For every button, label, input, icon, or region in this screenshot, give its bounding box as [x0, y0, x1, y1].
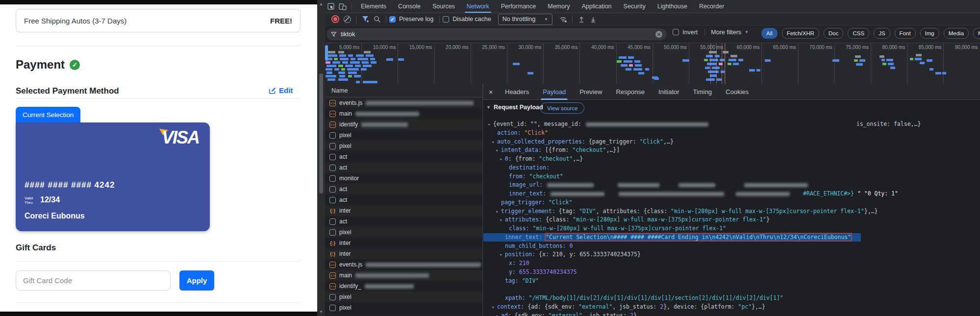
payload-tree-row[interactable]: ▾ auto_collected_properties: {page_trigg… — [483, 138, 980, 146]
detail-tab-headers[interactable]: Headers — [498, 84, 536, 100]
clear-network-log-icon[interactable] — [341, 14, 353, 24]
devtools-tab-elements[interactable]: Elements — [355, 0, 392, 13]
filter-pill-doc[interactable]: Doc — [824, 28, 843, 39]
request-row-pixel[interactable]: pixel — [325, 130, 483, 141]
filter-icon[interactable] — [359, 14, 371, 24]
scroll-up-icon[interactable]: ▲ — [319, 2, 323, 6]
expand-triangle-icon[interactable]: ▾ — [496, 148, 501, 153]
request-row-identify_[interactable]: <>identify_ — [325, 281, 483, 292]
filter-pill-img[interactable]: Img — [920, 28, 939, 39]
gift-card-code-input[interactable]: Gift Card Code — [16, 270, 171, 291]
payload-tree-row[interactable]: ▾ attributes: {class: "min-w-[280px] w-f… — [483, 216, 980, 224]
filter-pill-font[interactable]: Font — [895, 28, 916, 39]
payload-tree-row[interactable]: num_child_buttons: 0 — [483, 242, 980, 250]
payload-tree-row[interactable]: inner_text: #RACE_ETHNIC#>} " "0 Qty: 1" — [483, 190, 980, 198]
devtools-tab-recorder[interactable]: Recorder — [693, 0, 730, 13]
scroll-down-icon[interactable]: ▼ — [319, 310, 323, 314]
name-column-header[interactable]: Name — [325, 84, 483, 97]
detail-tab-payload[interactable]: Payload — [536, 84, 573, 100]
payload-tree-row[interactable]: inner_text: "Current Selection\n#### ###… — [483, 233, 980, 242]
payload-tree-row[interactable]: ▾ context: {ad: {sdk_env: "external", js… — [483, 303, 980, 311]
disable-cache-checkbox[interactable] — [443, 16, 449, 23]
devtools-tab-application[interactable]: Application — [576, 0, 617, 13]
expand-triangle-icon[interactable]: ▾ — [492, 140, 497, 145]
filter-pill-css[interactable]: CSS — [848, 28, 869, 39]
expand-triangle-icon[interactable]: ▾ — [500, 157, 505, 162]
close-detail-icon[interactable]: × — [483, 84, 498, 100]
payload-tree-row[interactable]: y: 655.3333740234375 — [483, 268, 980, 276]
overview-drag-handle[interactable] — [325, 45, 328, 61]
search-icon[interactable] — [371, 14, 383, 24]
expand-triangle-icon[interactable]: ▾ — [496, 314, 501, 316]
expand-triangle-icon[interactable]: ▾ — [492, 305, 497, 310]
shipping-option[interactable]: Free Shipping Autos (3-7 Days) FREE! — [16, 9, 301, 32]
page-scrollbar[interactable]: ▲ ▼ — [317, 0, 325, 316]
payload-tree-row[interactable]: image_url: — [483, 181, 980, 189]
expand-triangle-icon[interactable]: ▾ — [500, 252, 505, 257]
request-row-act[interactable]: act — [325, 162, 483, 173]
import-har-icon[interactable] — [576, 14, 587, 24]
request-row-pixel[interactable]: pixel — [325, 292, 483, 302]
request-row-act[interactable]: act — [325, 194, 483, 205]
payload-tree-row[interactable]: action: "Click" — [483, 129, 980, 137]
inspect-element-icon[interactable] — [325, 1, 337, 11]
filter-pill-all[interactable]: All — [761, 28, 778, 39]
payload-tree-row[interactable]: ▾ 0: {from: "checkout",…} — [483, 155, 980, 163]
request-row-main[interactable]: <>main — [325, 108, 483, 119]
detail-tab-preview[interactable]: Preview — [573, 84, 609, 100]
network-overview-timeline[interactable]: 5,000 ms10,000 ms15,000 ms20,000 ms25,00… — [325, 43, 980, 85]
device-toolbar-icon[interactable] — [337, 1, 349, 11]
payload-tree-row[interactable]: x: 210 — [483, 259, 980, 267]
request-row-eventsjs[interactable]: <>events.js — [325, 259, 483, 270]
request-row-pixel[interactable]: pixel — [325, 227, 483, 238]
request-row-act[interactable]: act — [325, 216, 483, 227]
request-row-eventsjs[interactable]: <>events.js — [325, 97, 483, 108]
request-row-pixel[interactable]: pixel — [325, 141, 483, 151]
payload-tree-row[interactable]: class: "min-w-[280px] w-full max-w-[375p… — [483, 224, 980, 233]
payload-tree-row[interactable]: from: "checkout" — [483, 172, 980, 181]
edit-payment-button[interactable]: Edit — [269, 86, 293, 95]
devtools-tab-memory[interactable]: Memory — [542, 0, 576, 13]
request-row-inter[interactable]: {:}inter — [325, 248, 483, 259]
payload-tree-row[interactable]: xpath: "/HTML/body[1]/div[2]/div[1]/div[… — [483, 294, 980, 302]
request-row-inter[interactable]: {:}inter — [325, 238, 483, 248]
devtools-tab-performance[interactable]: Performance — [495, 0, 542, 13]
apply-gift-card-button[interactable]: Apply — [179, 270, 214, 291]
detail-tab-response[interactable]: Response — [609, 84, 652, 100]
filter-pill-fetchxhr[interactable]: Fetch/XHR — [782, 28, 819, 39]
clear-filter-icon[interactable]: ✕ — [655, 31, 662, 38]
payload-tree-row[interactable]: page_trigger: "Click" — [483, 198, 980, 207]
detail-tab-timing[interactable]: Timing — [686, 84, 719, 100]
filter-pill-manifest[interactable]: Manifest — [973, 28, 980, 39]
export-har-icon[interactable] — [587, 14, 599, 24]
payload-tree-row[interactable]: ▾ trigger_element: {tag: "DIV", attribut… — [483, 207, 980, 216]
record-network-log-icon[interactable] — [329, 14, 341, 24]
payload-tree-row[interactable]: ▾ intent_data: [{from: "checkout",…}] — [483, 146, 980, 154]
scrollbar-thumb[interactable] — [319, 73, 323, 194]
preserve-log-checkbox[interactable]: ✓ — [389, 16, 396, 23]
devtools-tab-sources[interactable]: Sources — [427, 0, 461, 13]
expand-triangle-icon[interactable]: ▾ — [496, 209, 501, 214]
request-row-inter[interactable]: {:}inter — [325, 205, 483, 216]
request-row-act[interactable]: act — [325, 151, 483, 162]
request-payload-title-row[interactable]: ▼ Request Payload — [486, 104, 543, 111]
more-filters-button[interactable]: More filters ▼ — [711, 29, 749, 36]
payload-tree-row[interactable]: ▾ position: {x: 210, y: 655.333374023437… — [483, 250, 980, 259]
devtools-tab-console[interactable]: Console — [392, 0, 427, 13]
devtools-tab-lighthouse[interactable]: Lighthouse — [652, 0, 693, 13]
filter-pill-media[interactable]: Media — [944, 28, 969, 39]
payment-card[interactable]: VISA #### #### #### 4242 Valid Thru 12/3… — [16, 122, 210, 231]
payload-tree-row[interactable]: ▾ ad: {sdk_env: "external", jsb_status: … — [483, 312, 980, 316]
filter-pill-js[interactable]: JS — [874, 28, 890, 39]
filter-input[interactable]: tiktok ✕ — [327, 28, 667, 40]
devtools-tab-network[interactable]: Network — [461, 0, 495, 13]
devtools-tab-security[interactable]: Security — [618, 0, 652, 13]
expand-triangle-icon[interactable]: ▾ — [500, 218, 505, 222]
detail-tab-initiator[interactable]: Initiator — [652, 84, 686, 100]
expand-triangle-icon[interactable]: ▾ — [488, 122, 493, 127]
invert-checkbox[interactable] — [673, 29, 679, 35]
request-row-act[interactable]: act — [325, 184, 483, 194]
payload-tree-row[interactable]: destination: — [483, 164, 980, 172]
network-conditions-icon[interactable] — [557, 14, 569, 24]
payload-tree-row[interactable]: tag: "DIV" — [483, 277, 980, 285]
